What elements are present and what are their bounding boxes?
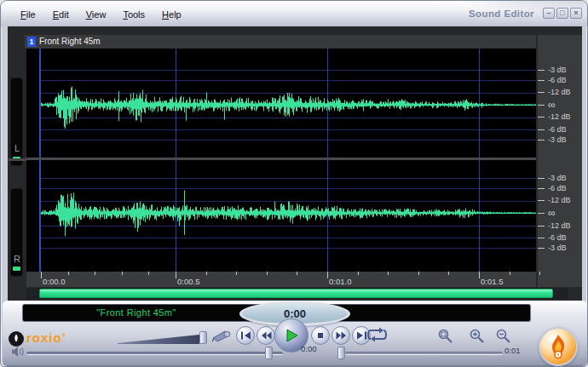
stop-button[interactable] xyxy=(311,326,330,345)
roxio-flame-button[interactable] xyxy=(539,327,578,366)
db-label: -6 dB xyxy=(548,233,580,242)
rewind-button[interactable] xyxy=(257,326,275,345)
seek-current-time: 0:00 xyxy=(301,344,317,353)
db-label: -12 dB xyxy=(548,221,580,230)
track-number-badge: 1 xyxy=(27,37,36,47)
time-tick xyxy=(267,272,268,275)
db-label-infinity: ∞ xyxy=(548,209,580,216)
db-label: -3 dB xyxy=(548,66,580,74)
time-tick-label: 0:01.5 xyxy=(481,277,503,286)
db-tick xyxy=(538,188,545,189)
waveform-display[interactable] xyxy=(26,49,536,272)
time-tick xyxy=(95,272,95,275)
db-tick xyxy=(538,200,545,201)
volume-slider-thumb[interactable] xyxy=(199,331,207,344)
time-tick-label: 0:00.0 xyxy=(43,277,65,286)
flame-icon xyxy=(548,334,568,359)
zoom-out-icon[interactable] xyxy=(495,329,513,343)
db-label: -6 dB xyxy=(548,184,580,192)
close-button[interactable]: × xyxy=(570,8,582,19)
level-meter-right-segment xyxy=(13,267,20,271)
time-tick xyxy=(297,272,297,275)
time-tick xyxy=(448,272,449,275)
db-tick xyxy=(538,92,545,93)
seek-slider-thumb[interactable] xyxy=(337,347,345,359)
maximize-button[interactable]: □ xyxy=(556,8,568,19)
menu-tools[interactable]: Tools xyxy=(120,8,147,21)
minimize-button[interactable]: – xyxy=(543,8,555,19)
menu-help[interactable]: Help xyxy=(159,8,184,21)
time-tick xyxy=(327,272,328,278)
db-tick xyxy=(538,140,545,140)
time-tick xyxy=(206,272,207,275)
fast-forward-icon xyxy=(336,331,347,340)
db-label: -6 dB xyxy=(548,76,580,84)
seek-total-time: 0:01 xyxy=(504,346,521,355)
menu-bar: File Edit View Tools Help xyxy=(18,8,184,21)
roxio-logo-mark xyxy=(9,331,24,347)
time-tick xyxy=(236,272,237,275)
time-tick-label: 0:00.5 xyxy=(177,277,199,286)
db-tick xyxy=(538,70,545,71)
time-tick xyxy=(388,272,389,275)
time-tick xyxy=(68,272,69,275)
time-tick xyxy=(358,272,359,275)
play-icon xyxy=(284,328,299,343)
db-tick xyxy=(538,226,545,227)
db-tick xyxy=(538,213,545,214)
db-tick xyxy=(538,105,545,106)
skip-start-icon xyxy=(240,331,251,340)
loop-icon[interactable] xyxy=(366,327,389,342)
time-tick xyxy=(539,272,540,275)
db-label: -12 dB xyxy=(548,112,580,121)
sound-editor-window: File Edit View Tools Help Sound Editor –… xyxy=(0,0,588,367)
db-tick xyxy=(538,80,545,81)
db-tick xyxy=(538,178,545,179)
forward-button[interactable] xyxy=(331,326,350,345)
rewind-icon xyxy=(261,331,272,340)
menu-edit[interactable]: Edit xyxy=(50,8,72,21)
menu-file[interactable]: File xyxy=(18,8,38,21)
db-label: -6 dB xyxy=(548,125,580,134)
zoom-in-icon[interactable] xyxy=(469,329,487,343)
window-title: Sound Editor xyxy=(469,9,534,19)
megaphone-icon xyxy=(211,329,233,343)
db-label-infinity: ∞ xyxy=(548,101,580,108)
db-label: -3 dB xyxy=(548,135,580,144)
time-tick xyxy=(122,272,123,275)
time-tick xyxy=(418,272,419,275)
db-label: -12 dB xyxy=(548,196,580,204)
speaker-icon xyxy=(11,346,26,358)
time-tick xyxy=(479,272,480,278)
menu-view[interactable]: View xyxy=(84,8,109,21)
previous-button[interactable] xyxy=(236,326,255,345)
track-label-bar xyxy=(25,35,536,49)
db-tick xyxy=(538,238,545,238)
channel-right-label: R xyxy=(8,254,26,264)
channel-separator xyxy=(8,158,26,161)
lcd-track-name: "Front Right 45m" xyxy=(22,307,251,318)
db-label: -3 dB xyxy=(548,174,580,182)
track-name: Front Right 45m xyxy=(39,37,101,46)
time-tick xyxy=(176,272,176,278)
db-tick xyxy=(538,248,545,249)
zoom-selection-icon[interactable] xyxy=(437,329,455,343)
time-tick xyxy=(510,272,510,275)
stop-icon xyxy=(316,331,325,340)
horizontal-scrollbar-thumb[interactable] xyxy=(39,289,553,298)
roxio-logo-text: roxio® xyxy=(26,330,66,345)
droplet-icon xyxy=(9,331,24,347)
time-tick xyxy=(148,272,149,275)
db-label: -12 dB xyxy=(548,88,580,96)
db-tick xyxy=(538,129,545,130)
time-tick xyxy=(41,272,42,278)
time-tick-label: 0:01.0 xyxy=(329,277,351,286)
db-label: -3 dB xyxy=(548,244,580,252)
seek-slider[interactable] xyxy=(345,352,503,355)
time-ruler: 0:00.0 0:00.5 0:01.0 0:01.5 xyxy=(26,272,536,287)
db-tick xyxy=(538,117,545,118)
window-controls: – □ × xyxy=(543,8,582,19)
channel-left-label: L xyxy=(8,143,26,153)
balance-slider-thumb[interactable] xyxy=(265,347,273,359)
balance-slider[interactable] xyxy=(26,352,283,355)
